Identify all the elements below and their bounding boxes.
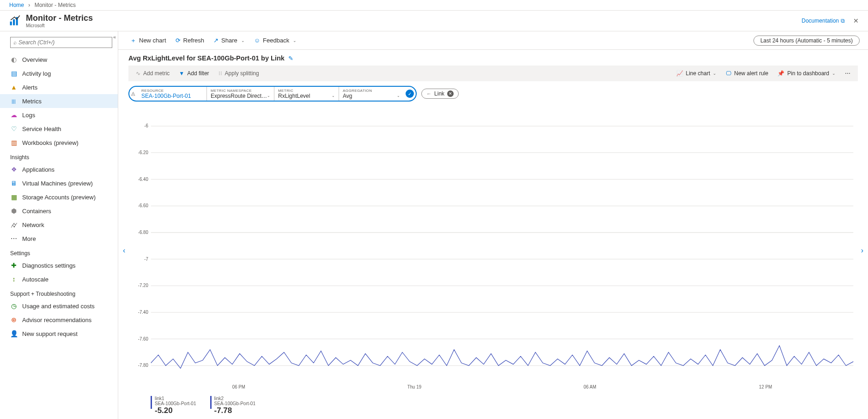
- chart-title: Avg RxLightLevel for SEA-100Gb-Port-01 b…: [128, 54, 285, 62]
- logs-icon: ☁: [10, 111, 18, 119]
- search-input[interactable]: [18, 39, 109, 46]
- sidebar-item-metrics[interactable]: ⫼Metrics: [0, 94, 118, 108]
- servicehealth-icon: ♡: [10, 125, 18, 132]
- page-subtitle: Microsoft: [26, 23, 93, 28]
- sidebar-item-virtual-machines-preview-[interactable]: 🖥Virtual Machines (preview): [0, 176, 118, 190]
- new-alert-rule-button[interactable]: 🖵New alert rule: [722, 67, 772, 79]
- usage-icon: ◷: [10, 302, 18, 310]
- chevron-down-icon: ⌄: [267, 94, 270, 98]
- advisor-icon: ⊛: [10, 316, 18, 323]
- sidebar-item-label: Diagnostics settings: [22, 262, 76, 269]
- chart-next-icon[interactable]: ›: [858, 244, 866, 257]
- pin-icon: 📌: [777, 70, 784, 77]
- link-filter-pill[interactable]: ← Link ✕: [421, 89, 459, 99]
- chart-prev-icon[interactable]: ‹: [120, 244, 128, 257]
- sidebar-search[interactable]: ⌕: [10, 37, 112, 48]
- collapse-sidebar-icon[interactable]: «: [113, 34, 116, 40]
- sidebar-item-activity-log[interactable]: ▤Activity log: [0, 66, 118, 80]
- page-title: Monitor - Metrics: [26, 13, 93, 23]
- close-icon[interactable]: ✕: [853, 17, 859, 24]
- pin-to-dashboard-button[interactable]: 📌Pin to dashboard⌄: [774, 67, 839, 79]
- sidebar-item-overview[interactable]: ◐Overview: [0, 53, 118, 66]
- filter-arrow-icon: ←: [426, 91, 431, 96]
- sidebar-item-label: Alerts: [22, 84, 37, 91]
- sidebar-item-storage-accounts-preview-[interactable]: ▦Storage Accounts (preview): [0, 190, 118, 204]
- sidebar-item-label: Network: [22, 221, 44, 228]
- apply-splitting-button[interactable]: ⁝⁝Apply splitting: [215, 67, 263, 79]
- sidebar-item-containers[interactable]: ⬢Containers: [0, 204, 118, 218]
- legend-item[interactable]: link2SEA-100Gb-Port-01-7.78: [210, 396, 256, 415]
- legend-value: -5.20: [155, 406, 196, 415]
- remove-filter-icon[interactable]: ✕: [447, 90, 454, 97]
- applications-icon: ❖: [10, 166, 18, 173]
- sidebar-item-label: Applications: [22, 166, 55, 173]
- svg-text:06 AM: 06 AM: [583, 384, 596, 389]
- line-chart[interactable]: -6-6.20-6.40-6.60-6.80-7-7.20-7.40-7.60-…: [128, 108, 858, 393]
- share-button[interactable]: ↗Share⌄: [210, 34, 249, 48]
- plus-icon: ＋: [130, 36, 136, 45]
- add-metric-button[interactable]: ∿Add metric: [132, 67, 173, 79]
- linechart-icon: 📈: [676, 70, 683, 77]
- breadcrumb-home[interactable]: Home: [9, 2, 24, 8]
- sidebar-item-advisor-recommendations[interactable]: ⊛Advisor recommendations: [0, 313, 118, 327]
- svg-text:Thu 19: Thu 19: [407, 384, 422, 389]
- sidebar-item-alerts[interactable]: ▲Alerts: [0, 80, 118, 94]
- sidebar-item-more[interactable]: ⋯More: [0, 232, 118, 245]
- svg-rect-0: [10, 22, 12, 25]
- edit-title-icon[interactable]: ✎: [288, 55, 293, 62]
- vm-icon: 🖥: [10, 180, 18, 187]
- documentation-link[interactable]: Documentation ⧉: [801, 18, 845, 24]
- new-chart-button[interactable]: ＋New chart: [127, 34, 170, 48]
- sidebar-item-label: Virtual Machines (preview): [22, 180, 93, 187]
- time-range-picker[interactable]: Last 24 hours (Automatic - 5 minutes): [753, 36, 860, 46]
- chevron-down-icon: ⌄: [832, 71, 836, 76]
- aggregation-selector[interactable]: AGGREGATION Avg⌄: [339, 87, 404, 101]
- legend-series-name: link1: [155, 396, 196, 401]
- sidebar-item-service-health[interactable]: ♡Service Health: [0, 122, 118, 136]
- sidebar-item-diagnostics-settings[interactable]: ✚Diagnostics settings: [0, 258, 118, 272]
- metric-selector-row: ◬ RESOURCE SEA-100Gb-Port-01 METRIC NAME…: [118, 81, 868, 106]
- feedback-button[interactable]: ☺Feedback⌄: [250, 34, 300, 48]
- sidebar-item-usage-and-estimated-costs[interactable]: ◷Usage and estimated costs: [0, 299, 118, 313]
- namespace-selector[interactable]: METRIC NAMESPACE ExpressRoute Direct…⌄: [207, 87, 274, 101]
- sidebar-item-workbooks-preview-[interactable]: ▥Workbooks (preview): [0, 136, 118, 150]
- refresh-button[interactable]: ⟳Refresh: [172, 34, 208, 48]
- svg-text:-6.40: -6.40: [138, 176, 149, 181]
- sidebar-item-applications[interactable]: ❖Applications: [0, 162, 118, 176]
- metric-selector[interactable]: METRIC RxLightLevel⌄: [274, 87, 339, 101]
- svg-text:06 PM: 06 PM: [232, 384, 245, 389]
- page-header: Monitor - Metrics Microsoft Documentatio…: [0, 11, 868, 31]
- sidebar-group-heading: Support + Troubleshooting: [0, 286, 118, 299]
- legend-series-name: link2: [214, 396, 256, 401]
- chart-type-dropdown[interactable]: 📈Line chart⌄: [673, 67, 721, 79]
- sidebar-item-label: Logs: [22, 112, 35, 119]
- sidebar-item-new-support-request[interactable]: 👤New support request: [0, 327, 118, 341]
- chevron-down-icon: ⌄: [713, 71, 716, 76]
- svg-text:-7: -7: [144, 256, 148, 261]
- diagnostics-icon: ✚: [10, 262, 18, 269]
- toolbar: ＋New chart ⟳Refresh ↗Share⌄ ☺Feedback⌄ L…: [118, 31, 868, 50]
- workbooks-icon: ▥: [10, 139, 18, 146]
- add-filter-button[interactable]: ▼Add filter: [175, 67, 212, 79]
- drag-handle-icon[interactable]: ◬: [131, 90, 135, 96]
- svg-text:-7.80: -7.80: [138, 363, 149, 368]
- sidebar: « ⌕ ◐Overview▤Activity log▲Alerts⫼Metric…: [0, 31, 118, 419]
- chart-area: ‹ › -6-6.20-6.40-6.60-6.80-7-7.20-7.40-7…: [128, 108, 858, 393]
- split-icon: ⁝⁝: [219, 70, 222, 77]
- confirm-metric-icon[interactable]: ✓: [406, 90, 414, 98]
- svg-text:-6.80: -6.80: [138, 230, 149, 235]
- alert-icon: 🖵: [726, 70, 731, 77]
- legend-item[interactable]: link1SEA-100Gb-Port-01-5.20: [151, 396, 196, 415]
- legend-value: -7.78: [214, 406, 256, 415]
- resource-selector[interactable]: RESOURCE SEA-100Gb-Port-01: [138, 87, 207, 101]
- svg-text:-6: -6: [144, 123, 148, 128]
- legend-color-bar: [151, 396, 152, 409]
- sidebar-item-label: Overview: [22, 56, 47, 63]
- sidebar-item-network[interactable]: ⌭Network: [0, 218, 118, 232]
- more-options-button[interactable]: ⋯: [841, 67, 854, 79]
- external-link-icon: ⧉: [841, 18, 845, 24]
- sidebar-item-label: Service Health: [22, 126, 61, 132]
- sidebar-item-autoscale[interactable]: ↕Autoscale: [0, 272, 118, 286]
- activitylog-icon: ▤: [10, 70, 18, 77]
- sidebar-item-logs[interactable]: ☁Logs: [0, 108, 118, 122]
